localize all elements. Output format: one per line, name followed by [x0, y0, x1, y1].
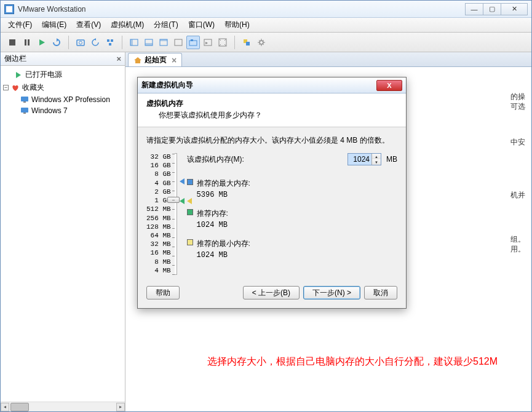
memory-details: 该虚拟机内存(M): ▲ ▼ MB 推荐的最大 [187, 153, 397, 275]
snapshot-manager-button[interactable] [103, 36, 117, 49]
vm-icon [20, 106, 29, 115]
svg-rect-5 [107, 39, 109, 42]
tree-vm-win7[interactable]: Windows 7 [3, 105, 122, 116]
view-console-button[interactable]: ▸ [201, 36, 215, 49]
revert-button[interactable] [89, 36, 102, 49]
menu-bar: 文件(F) 编辑(E) 查看(V) 虚拟机(M) 分组(T) 窗口(W) 帮助(… [1, 18, 531, 33]
heart-icon [11, 84, 20, 92]
memory-unit: MB [386, 155, 397, 164]
svg-rect-23 [21, 97, 28, 101]
rec-value: 1024 MB [197, 220, 228, 231]
svg-rect-3 [77, 40, 84, 46]
view-thumbnail-button[interactable] [142, 36, 156, 49]
tab-strip: 起始页 × [125, 52, 531, 67]
reset-button[interactable] [50, 36, 63, 49]
memory-input-label: 该虚拟机内存(M): [187, 154, 343, 165]
scroll-left-button[interactable]: ◂ [1, 403, 9, 411]
dialog-close-button[interactable]: X [376, 80, 402, 91]
play-button[interactable] [35, 36, 49, 49]
vm-icon [20, 95, 29, 104]
menu-window[interactable]: 窗口(W) [183, 18, 220, 32]
memory-input[interactable] [348, 154, 371, 165]
dialog-header-title: 虚拟机内存 [146, 98, 397, 109]
sidebar-header: 侧边栏 × [1, 52, 125, 66]
svg-point-22 [260, 41, 263, 44]
tab-label: 起始页 [145, 55, 167, 65]
bg-text: 可选 [510, 101, 525, 112]
rec-min-value: 1024 MB [197, 250, 250, 261]
sidebar-horizontal-scrollbar[interactable]: ◂ ▸ [1, 402, 125, 411]
dialog-title: 新建虚拟机向导 [141, 80, 376, 90]
svg-rect-0 [9, 39, 15, 46]
scroll-right-button[interactable]: ▸ [116, 403, 125, 411]
tab-close-button[interactable]: × [172, 56, 177, 65]
sidebar: 侧边栏 × 已打开电源 − 收藏夹 Windows XP Profession [1, 52, 125, 411]
tree-favorites[interactable]: − 收藏夹 [3, 81, 122, 94]
toolbar: ▸ [1, 33, 531, 52]
sidebar-close-button[interactable]: × [116, 54, 121, 63]
tab-home[interactable]: 起始页 × [128, 53, 182, 66]
bg-text: 中安 [510, 137, 525, 148]
svg-rect-24 [23, 101, 26, 103]
bg-text: 机并 [510, 190, 525, 200]
main-window: VMware Workstation — ▢ ✕ 文件(F) 编辑(E) 查看(… [0, 0, 532, 412]
tree-vm-xp[interactable]: Windows XP Profession [3, 94, 122, 105]
bg-text: 组。 [510, 234, 525, 245]
menu-edit[interactable]: 编辑(E) [37, 18, 71, 32]
memory-spinner[interactable]: ▲ ▼ [347, 153, 381, 165]
snapshot-button[interactable] [74, 36, 87, 49]
memory-scale: 32 GB16 GB8 GB4 GB2 GB1 GB512 MB256 MB12… [146, 153, 177, 275]
menu-file[interactable]: 文件(F) [3, 18, 37, 32]
max-marker-icon [180, 178, 185, 184]
view-statusbar-button[interactable] [172, 36, 185, 49]
bg-text: 的操 [510, 92, 525, 102]
next-button[interactable]: 下一步(N) > [303, 286, 360, 299]
rec-min-label: 推荐的最小内存: [197, 239, 250, 248]
rec-marker-icon [180, 198, 185, 204]
pause-button[interactable] [20, 36, 34, 49]
view-sidebar-button[interactable] [127, 36, 141, 49]
play-icon [14, 71, 23, 79]
back-button[interactable]: < 上一步(B) [243, 286, 300, 299]
maximize-button[interactable]: ▢ [483, 3, 501, 15]
tree-collapse-button[interactable]: − [3, 85, 9, 90]
view-toolbar-button[interactable] [157, 36, 170, 49]
scale-labels: 32 GB16 GB8 GB4 GB2 GB1 GB512 MB256 MB12… [146, 153, 171, 275]
tree-label: Windows XP Profession [31, 95, 110, 104]
close-button[interactable]: ✕ [501, 3, 528, 15]
annotation-text: 选择内存大小，根据自己电脑内存的大小自行分配，建议最少512M [207, 355, 521, 368]
min-swatch-icon [187, 239, 193, 245]
tree-powered-on[interactable]: 已打开电源 [3, 68, 122, 81]
bg-text: 用。 [510, 244, 525, 255]
help-button[interactable]: 帮助 [146, 286, 180, 299]
dialog-title-bar[interactable]: 新建虚拟机向导 X [138, 77, 406, 93]
view-tabs-button[interactable] [186, 36, 200, 49]
menu-view[interactable]: 查看(V) [71, 18, 106, 32]
app-icon [4, 4, 14, 14]
svg-point-4 [79, 41, 82, 44]
scroll-thumb[interactable] [10, 403, 29, 411]
menu-help[interactable]: 帮助(H) [220, 18, 255, 32]
home-icon [133, 56, 142, 65]
memory-slider-track[interactable] [175, 153, 177, 275]
menu-vm[interactable]: 虚拟机(M) [106, 18, 149, 32]
spinner-up-button[interactable]: ▲ [372, 154, 381, 159]
unity-button[interactable] [240, 36, 253, 49]
svg-rect-21 [246, 42, 250, 46]
new-vm-wizard-dialog: 新建虚拟机向导 X 虚拟机内存 你想要该虚拟机使用多少内存？ 请指定要为该虚拟机… [137, 77, 407, 309]
fullscreen-button[interactable] [216, 36, 229, 49]
svg-rect-7 [109, 43, 111, 46]
svg-rect-2 [28, 39, 30, 46]
settings-button[interactable] [255, 36, 268, 49]
stop-button[interactable] [6, 36, 19, 49]
svg-rect-14 [175, 39, 182, 46]
cancel-button[interactable]: 取消 [364, 286, 397, 299]
spinner-down-button[interactable]: ▼ [372, 159, 381, 165]
minimize-button[interactable]: — [465, 3, 483, 15]
rec-swatch-icon [187, 209, 193, 215]
menu-group[interactable]: 分组(T) [149, 18, 183, 32]
rec-max-label: 推荐的最大内存: [197, 179, 250, 188]
dialog-header-subtitle: 你想要该虚拟机使用多少内存？ [146, 110, 397, 121]
tree-label: 已打开电源 [25, 69, 62, 80]
svg-text:▸: ▸ [205, 40, 208, 46]
